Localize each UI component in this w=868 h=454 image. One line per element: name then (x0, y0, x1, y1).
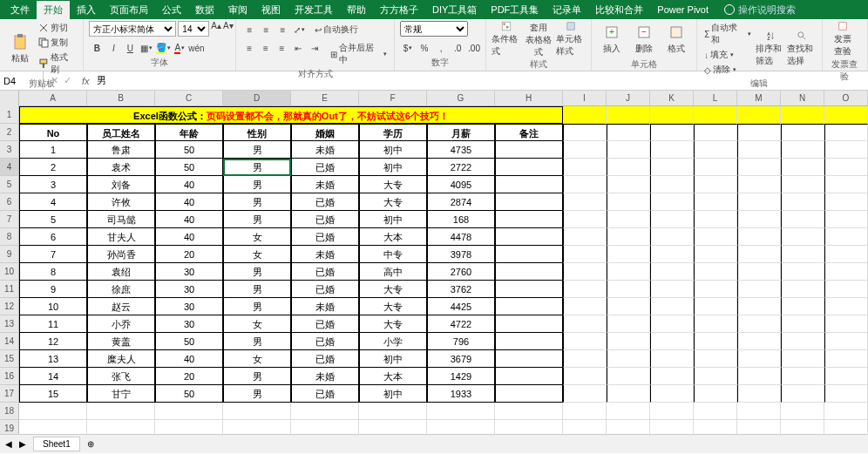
tab-formulas[interactable]: 公式 (155, 1, 188, 19)
cell[interactable] (650, 403, 694, 420)
cell[interactable]: 4478 (427, 228, 495, 246)
cell[interactable] (495, 176, 563, 193)
cell[interactable] (781, 333, 824, 350)
cell[interactable] (495, 159, 563, 176)
cell[interactable]: 已婚 (291, 263, 359, 281)
cell[interactable] (694, 385, 737, 403)
cell[interactable]: 20 (155, 246, 223, 263)
cell[interactable] (291, 420, 359, 434)
align-left-button[interactable]: ≡ (241, 41, 257, 55)
cell[interactable]: 许攸 (87, 193, 155, 211)
cell[interactable]: 小乔 (87, 315, 155, 333)
cell[interactable]: 1 (19, 141, 87, 159)
cell[interactable]: 3762 (427, 281, 495, 298)
cell[interactable] (694, 350, 737, 368)
cell[interactable]: 40 (155, 228, 223, 246)
border-button[interactable]: ▦▾ (139, 41, 154, 55)
sheet-tab[interactable]: Sheet1 (33, 437, 80, 451)
cell[interactable] (694, 211, 737, 228)
cell[interactable] (737, 368, 781, 385)
cell[interactable] (563, 368, 607, 385)
cell[interactable] (824, 315, 868, 333)
cell[interactable] (563, 263, 607, 281)
cell[interactable] (223, 420, 291, 434)
cell[interactable] (607, 333, 650, 350)
cell[interactable] (495, 350, 563, 368)
column-header[interactable]: C (155, 91, 223, 105)
bold-button[interactable]: B (89, 41, 105, 55)
column-header[interactable]: D (223, 91, 291, 105)
tab-home[interactable]: 开始 (37, 1, 70, 19)
cell[interactable]: 30 (155, 263, 223, 281)
sort-filter-button[interactable]: AZ排序和筛选 (756, 30, 784, 67)
cell[interactable] (737, 350, 781, 368)
fill-button[interactable]: ↓填充▾ (702, 48, 753, 62)
cell[interactable]: 大专 (359, 315, 427, 333)
cell[interactable]: 6 (19, 228, 87, 246)
cell[interactable]: 10 (19, 298, 87, 315)
cell[interactable]: 大专 (359, 281, 427, 298)
cell[interactable] (607, 350, 650, 368)
cell[interactable] (650, 333, 694, 350)
column-header[interactable]: G (427, 91, 495, 105)
cell[interactable] (737, 106, 781, 124)
format-painter-button[interactable]: 格式刷 (37, 51, 78, 77)
cell[interactable] (781, 281, 824, 298)
autosum-button[interactable]: Σ自动求和▾ (702, 21, 753, 47)
cell[interactable]: 50 (155, 141, 223, 159)
row-header[interactable]: 14 (0, 333, 19, 350)
cell[interactable] (824, 106, 868, 124)
cell[interactable] (495, 403, 563, 420)
wrap-text-button[interactable]: ↩自动换行 (313, 23, 360, 37)
cell[interactable]: 2 (19, 159, 87, 176)
cell[interactable]: 3978 (427, 246, 495, 263)
cell[interactable] (650, 159, 694, 176)
cell[interactable] (824, 176, 868, 193)
cell[interactable] (694, 193, 737, 211)
title-cell[interactable]: Excel函数公式：页码设置都不会，那就真的Out了，不妨试试这6个技巧！ (19, 106, 563, 124)
cell[interactable] (563, 333, 607, 350)
cell[interactable]: 男 (223, 141, 291, 159)
cell[interactable] (781, 246, 824, 263)
cell[interactable]: 男 (223, 281, 291, 298)
cell[interactable] (607, 403, 650, 420)
cell[interactable]: 未婚 (291, 298, 359, 315)
cell[interactable]: 司马懿 (87, 211, 155, 228)
cell[interactable]: 大专 (359, 298, 427, 315)
tab-file[interactable]: 文件 (3, 1, 37, 19)
cell[interactable] (824, 246, 868, 263)
increase-decimal-button[interactable]: .0 (450, 41, 465, 55)
cell[interactable]: 徐庶 (87, 281, 155, 298)
cell[interactable]: 袁术 (87, 159, 155, 176)
cell[interactable] (824, 193, 868, 211)
cell[interactable]: 50 (155, 385, 223, 403)
cell[interactable] (694, 124, 737, 141)
cell[interactable] (781, 159, 824, 176)
cell[interactable] (781, 106, 824, 124)
cell[interactable]: 8 (19, 263, 87, 281)
currency-button[interactable]: $▾ (400, 41, 416, 55)
cell[interactable]: 备注 (495, 124, 563, 141)
cell[interactable] (737, 403, 781, 420)
cell[interactable] (650, 176, 694, 193)
cell[interactable] (563, 403, 607, 420)
cell[interactable]: 30 (155, 315, 223, 333)
decrease-decimal-button[interactable]: .00 (466, 41, 482, 55)
cell[interactable] (824, 159, 868, 176)
cell[interactable] (427, 403, 495, 420)
cell[interactable] (781, 141, 824, 159)
cell[interactable] (824, 385, 868, 403)
tab-developer[interactable]: 开发工具 (288, 1, 340, 19)
cell[interactable] (694, 141, 737, 159)
cell[interactable] (563, 141, 607, 159)
tab-compare[interactable]: 比较和合并 (588, 1, 650, 19)
align-center-button[interactable]: ≡ (258, 41, 274, 55)
align-bottom-button[interactable]: ≡ (275, 23, 290, 37)
row-header[interactable]: 9 (0, 246, 19, 263)
row-header[interactable]: 12 (0, 298, 19, 315)
cell[interactable]: 已婚 (291, 350, 359, 368)
cell[interactable] (781, 124, 824, 141)
tab-ffgz[interactable]: 方方格子 (373, 1, 425, 19)
cell[interactable]: 婚姻 (291, 124, 359, 141)
cell[interactable]: 初中 (359, 211, 427, 228)
